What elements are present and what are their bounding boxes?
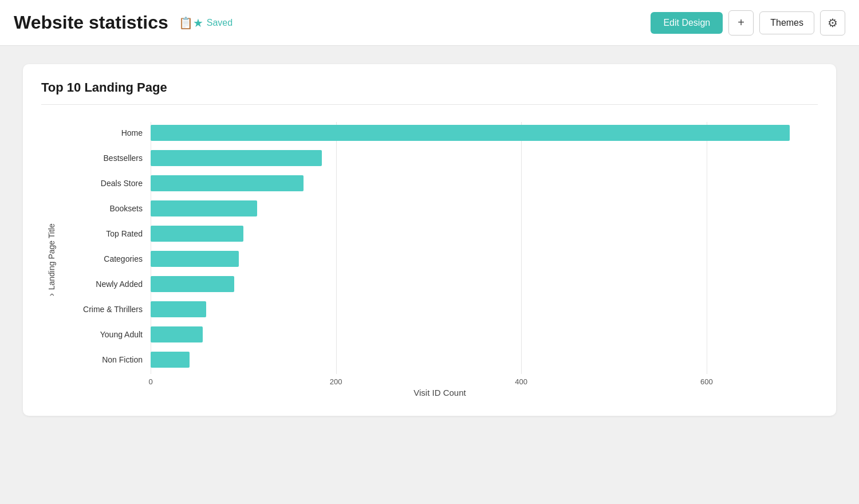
x-axis: 0200400600 [151, 374, 818, 377]
bar-label: Booksets [62, 204, 151, 213]
saved-icon: 📋★ [179, 16, 203, 30]
bar-track [151, 301, 818, 317]
bar-fill [151, 326, 203, 342]
chart-card: Top 10 Landing Page › Landing Page Title [23, 64, 836, 416]
add-button[interactable]: + [728, 10, 754, 36]
y-axis-chevron: › [46, 293, 57, 296]
bar-row: Bestsellers [62, 147, 818, 169]
bar-label: Categories [62, 254, 151, 263]
saved-label: Saved [207, 18, 233, 28]
bar-fill [151, 175, 304, 191]
bar-label: Home [62, 128, 151, 137]
bars-area: HomeBestsellersDeals StoreBooksetsTop Ra… [62, 122, 818, 374]
bar-fill [151, 301, 206, 317]
bar-row: Top Rated [62, 223, 818, 245]
bar-row: Young Adult [62, 324, 818, 345]
settings-button[interactable]: ⚙ [820, 10, 845, 36]
header-actions: Edit Design + Themes ⚙ [651, 10, 845, 36]
bar-label: Deals Store [62, 179, 151, 188]
chart-plot: HomeBestsellersDeals StoreBooksetsTop Ra… [62, 122, 818, 397]
x-tick: 400 [515, 377, 527, 386]
bar-track [151, 150, 818, 166]
x-tick: 200 [330, 377, 342, 386]
bar-label: Newly Added [62, 279, 151, 289]
bar-label: Crime & Thrillers [62, 305, 151, 314]
edit-design-button[interactable]: Edit Design [651, 12, 723, 34]
bar-row: Categories [62, 248, 818, 270]
bar-row: Crime & Thrillers [62, 298, 818, 320]
bar-track [151, 200, 818, 216]
bar-track [151, 226, 818, 242]
bar-fill [151, 251, 239, 267]
chart-container: › Landing Page Title HomeBestsellersDeal… [41, 116, 818, 397]
chart-inner: › Landing Page Title HomeBestsellersDeal… [41, 122, 818, 397]
bar-label: Young Adult [62, 330, 151, 339]
bar-label: Non Fiction [62, 355, 151, 364]
y-axis-label: › Landing Page Title [46, 223, 57, 296]
bar-fill [151, 200, 257, 216]
plus-icon: + [738, 16, 744, 29]
page-header: Website statistics 📋★ Saved Edit Design … [0, 0, 859, 46]
x-tick: 600 [700, 377, 713, 386]
bar-track [151, 352, 818, 368]
bar-track [151, 326, 818, 342]
bar-row: Newly Added [62, 273, 818, 295]
bar-track [151, 125, 818, 141]
bar-label: Bestsellers [62, 153, 151, 163]
page-title: Website statistics [14, 12, 168, 33]
x-axis-label: Visit ID Count [62, 388, 818, 397]
bar-fill [151, 150, 322, 166]
main-content: Top 10 Landing Page › Landing Page Title [0, 46, 859, 434]
bar-row: Booksets [62, 198, 818, 219]
bar-label: Top Rated [62, 229, 151, 238]
saved-badge: 📋★ Saved [179, 16, 233, 30]
bar-fill [151, 226, 243, 242]
card-title: Top 10 Landing Page [41, 80, 818, 105]
bar-track [151, 251, 818, 267]
bar-fill [151, 125, 790, 141]
themes-button[interactable]: Themes [759, 11, 814, 34]
bar-fill [151, 352, 190, 368]
bar-track [151, 276, 818, 292]
x-tick: 0 [148, 377, 152, 386]
bar-fill [151, 276, 234, 292]
bar-row: Deals Store [62, 172, 818, 194]
bar-track [151, 175, 818, 191]
y-axis-text: Landing Page Title [47, 223, 56, 290]
bar-row: Non Fiction [62, 349, 818, 371]
bar-row: Home [62, 122, 818, 144]
y-axis-label-container: › Landing Page Title [41, 122, 62, 397]
gear-icon: ⚙ [828, 16, 838, 30]
